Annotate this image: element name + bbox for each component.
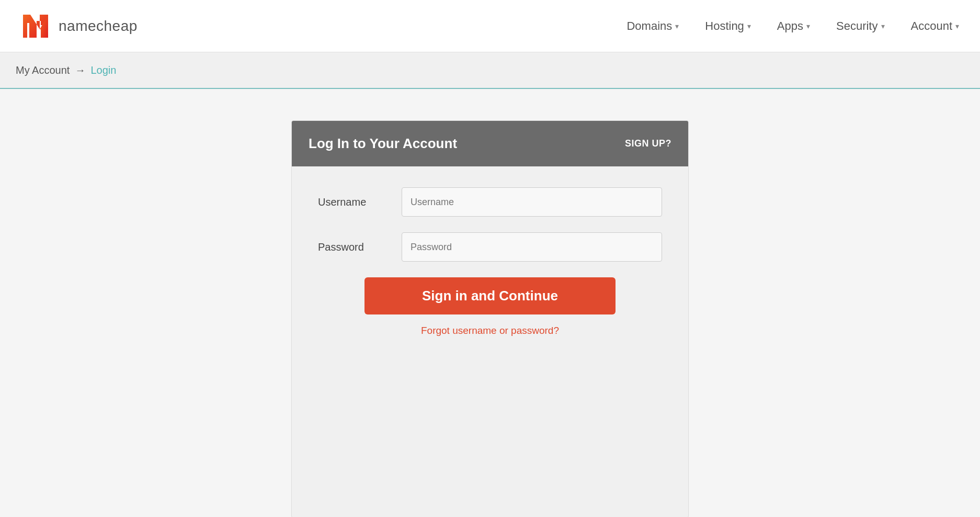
nav-domains[interactable]: Domains ▾: [626, 19, 679, 33]
nav-apps-chevron-icon: ▾: [806, 22, 810, 30]
forgot-password-link[interactable]: Forgot username or password?: [421, 325, 559, 336]
nav-security[interactable]: Security ▾: [836, 19, 884, 33]
login-card: Log In to Your Account SIGN UP? Username…: [291, 120, 689, 517]
nav-security-label: Security: [836, 19, 878, 33]
site-header: namecheap Domains ▾ Hosting ▾ Apps ▾ Sec…: [0, 0, 980, 52]
nav-security-chevron-icon: ▾: [881, 22, 885, 30]
nav-apps-label: Apps: [777, 19, 803, 33]
sign-in-button[interactable]: Sign in and Continue: [364, 277, 616, 314]
logo-area[interactable]: namecheap: [21, 10, 138, 42]
login-card-header: Log In to Your Account SIGN UP?: [292, 121, 688, 166]
username-label: Username: [318, 196, 402, 208]
breadcrumb-my-account: My Account: [16, 64, 70, 76]
nav-account-label: Account: [911, 19, 953, 33]
main-nav: Domains ▾ Hosting ▾ Apps ▾ Security ▾ Ac…: [626, 19, 959, 33]
nav-domains-label: Domains: [626, 19, 672, 33]
login-card-body: Username Password Sign in and Continue F…: [292, 166, 688, 363]
breadcrumb-arrow: →: [75, 64, 85, 76]
breadcrumb-bar: My Account → Login: [0, 52, 980, 89]
nav-hosting-chevron-icon: ▾: [747, 22, 751, 30]
nav-hosting-label: Hosting: [705, 19, 744, 33]
password-label: Password: [318, 241, 402, 253]
nav-domains-chevron-icon: ▾: [675, 22, 679, 30]
nav-account-chevron-icon: ▾: [955, 22, 959, 30]
main-content: Log In to Your Account SIGN UP? Username…: [0, 89, 980, 517]
namecheap-logo-icon: [21, 10, 52, 42]
nav-hosting[interactable]: Hosting ▾: [705, 19, 751, 33]
logo-text: namecheap: [59, 18, 138, 35]
password-input[interactable]: [402, 232, 662, 262]
password-row: Password: [318, 232, 662, 262]
login-card-title: Log In to Your Account: [309, 136, 457, 152]
nav-account[interactable]: Account ▾: [911, 19, 960, 33]
breadcrumb-login[interactable]: Login: [90, 64, 116, 76]
sign-in-btn-row: Sign in and Continue Forgot username or …: [318, 277, 662, 336]
nav-apps[interactable]: Apps ▾: [777, 19, 810, 33]
sign-up-link[interactable]: SIGN UP?: [625, 138, 671, 149]
username-row: Username: [318, 187, 662, 217]
username-input[interactable]: [402, 187, 662, 217]
